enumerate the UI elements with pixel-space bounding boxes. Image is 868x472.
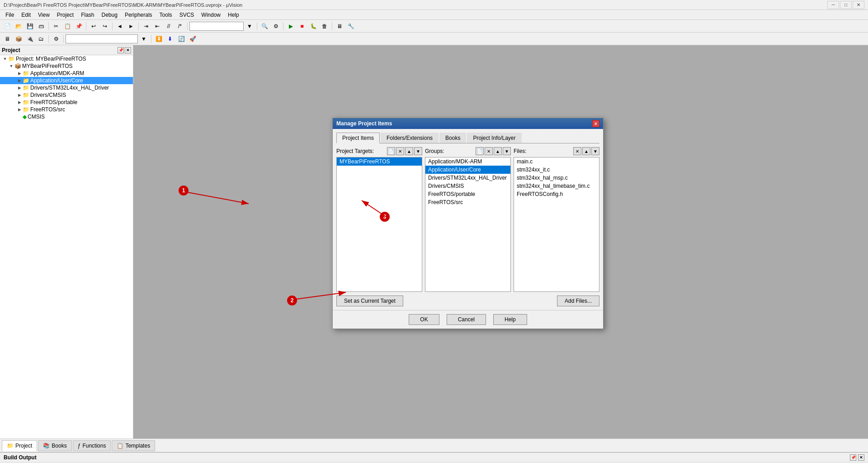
sidebar-close-btn[interactable]: ✕ [125,47,131,53]
ok-btn[interactable]: OK [409,314,439,325]
tree-item-drivers-hal[interactable]: ▶ 📁 Drivers/STM32L4xx_HAL_Driver [0,84,133,91]
groups-del-btn[interactable]: ✕ [485,147,493,155]
menu-svcs[interactable]: SVCS [176,11,198,19]
targets-down-btn[interactable]: ▼ [414,147,422,155]
files-down-btn[interactable]: ▼ [591,147,599,155]
erase-btn[interactable]: 🗑 [319,21,330,31]
dialog-close-btn[interactable]: × [592,120,599,127]
tb2-build-target-btn[interactable]: ⚙ [51,34,61,44]
menu-help[interactable]: Help [224,11,243,19]
target-options-btn[interactable]: ▼ [244,21,255,31]
menu-peripherals[interactable]: Peripherals [121,11,156,19]
save-btn[interactable]: 💾 [24,21,35,31]
help-btn[interactable]: Help [493,314,527,325]
tb2-download-btn[interactable]: ⬇ [165,34,175,44]
files-up-btn[interactable]: ▲ [582,147,590,155]
tb2-load-btn[interactable]: ⏬ [153,34,164,44]
files-del-btn[interactable]: ✕ [573,147,581,155]
indent-btn[interactable]: ⇥ [141,21,151,31]
new-file-btn[interactable]: 📄 [2,21,13,31]
settings-btn[interactable]: ⚙ [270,21,281,31]
target-name-input[interactable]: MYBearPiFreeRTOS [66,34,138,43]
target-dropdown[interactable]: at_cmd_mode [189,22,244,31]
minimize-button[interactable]: ─ [827,1,839,9]
tb2-clear-btn[interactable]: 🔄 [176,34,187,44]
menu-edit[interactable]: Edit [18,11,34,19]
display-btn[interactable]: 🖥 [334,21,345,31]
add-files-btn[interactable]: Add Files... [557,296,599,306]
groups-down-btn[interactable]: ▼ [503,147,511,155]
group-item-1[interactable]: Application/User/Core [425,166,510,174]
cut-btn[interactable]: ✂ [51,21,61,31]
debug-btn[interactable]: 🐛 [308,21,319,31]
tree-item-freertos-src[interactable]: ▶ 📁 FreeRTOS/src [0,106,133,113]
groups-add-btn[interactable]: 📄 [476,147,484,155]
redo-btn[interactable]: ↪ [99,21,110,31]
nav-back-btn[interactable]: ◄ [114,21,125,31]
targets-del-btn[interactable]: ✕ [396,147,404,155]
group-item-3[interactable]: Drivers/CMSIS [425,182,510,190]
menu-window[interactable]: Window [198,11,224,19]
tab-templates[interactable]: 📋 Templates [112,440,155,451]
close-button[interactable]: ✕ [853,1,864,9]
targets-up-btn[interactable]: ▲ [405,147,413,155]
save-all-btn[interactable]: 🗃 [36,21,47,31]
tree-item-target[interactable]: ▼ 📦 MYBearPiFreeRTOS [0,62,133,70]
tree-item-cmsis[interactable]: ◆ CMSIS [0,113,133,120]
group-item-4[interactable]: FreeRTOS/portable [425,190,510,198]
tree-item-app-mdk[interactable]: ▶ 📁 Application/MDK-ARM [0,70,133,77]
nav-fwd-btn[interactable]: ► [126,21,137,31]
tool2-btn[interactable]: 🔧 [345,21,356,31]
menu-flash[interactable]: Flash [77,11,98,19]
file-item-2[interactable]: stm324xx_hal_msp.c [514,174,599,182]
menu-project[interactable]: Project [53,11,77,19]
tab-project-items[interactable]: Project Items [336,133,380,143]
menu-tools[interactable]: Tools [156,11,176,19]
file-item-1[interactable]: stm324xx_it.c [514,166,599,174]
open-btn[interactable]: 📂 [13,21,24,31]
paste-btn[interactable]: 📌 [73,21,84,31]
cancel-btn[interactable]: Cancel [447,314,486,325]
menu-debug[interactable]: Debug [98,11,121,19]
group-item-5[interactable]: FreeRTOS/src [425,198,510,206]
groups-up-btn[interactable]: ▲ [494,147,502,155]
file-item-0[interactable]: main.c [514,157,599,166]
tree-item-freertos-portable[interactable]: ▶ 📁 FreeRTOS/portable [0,99,133,106]
tab-project-info[interactable]: Project Info/Layer [467,133,521,143]
targets-add-btn[interactable]: 📄 [387,147,395,155]
target-item-0[interactable]: MYBearPiFreeRTOS [337,157,422,166]
run-btn[interactable]: ▶ [285,21,296,31]
file-item-4[interactable]: FreeRTOSConfig.h [514,190,599,198]
tb2-btn4[interactable]: 🗂 [36,34,47,44]
copy-btn[interactable]: 📋 [62,21,73,31]
target-select-btn[interactable]: ▼ [138,34,149,44]
tree-item-app-user[interactable]: ▶ 📁 Application/User/Core [0,77,133,84]
tree-item-project[interactable]: ▼ 📁 Project: MYBearPiFreeRTOS [0,55,133,62]
group-item-2[interactable]: Drivers/STM32L4xx_HAL_Driver [425,174,510,182]
tb2-run-app-btn[interactable]: 🚀 [187,34,198,44]
group-item-0[interactable]: Application/MDK-ARM [425,157,510,166]
comment-btn[interactable]: // [163,21,174,31]
build-pin-btn[interactable]: 📌 [850,454,856,461]
set-current-target-btn[interactable]: Set as Current Target [336,296,403,306]
tab-books[interactable]: 📚 Books [38,440,71,451]
tb2-btn3[interactable]: 🔌 [24,34,35,44]
stop-btn[interactable]: ■ [297,21,307,31]
tab-books[interactable]: Books [439,133,466,143]
file-item-3[interactable]: stm324xx_hal_timebase_tim.c [514,182,599,190]
unindent-btn[interactable]: ⇤ [152,21,163,31]
undo-btn[interactable]: ↩ [88,21,99,31]
uncomment-btn[interactable]: /* [175,21,185,31]
tab-folders-extensions[interactable]: Folders/Extensions [381,133,439,143]
tab-functions[interactable]: ƒ Functions [73,440,111,451]
tb2-btn2[interactable]: 📦 [13,34,24,44]
find-btn[interactable]: 🔍 [259,21,270,31]
maximize-button[interactable]: □ [840,1,852,9]
build-close-btn[interactable]: ✕ [858,454,864,461]
menu-file[interactable]: File [2,11,18,19]
sidebar-pin-btn[interactable]: 📌 [118,47,124,53]
menu-view[interactable]: View [34,11,53,19]
tab-project[interactable]: 📁 Project [2,440,37,451]
tree-item-drivers-cmsis[interactable]: ▶ 📁 Drivers/CMSIS [0,91,133,99]
tb2-btn1[interactable]: 🖥 [2,34,13,44]
